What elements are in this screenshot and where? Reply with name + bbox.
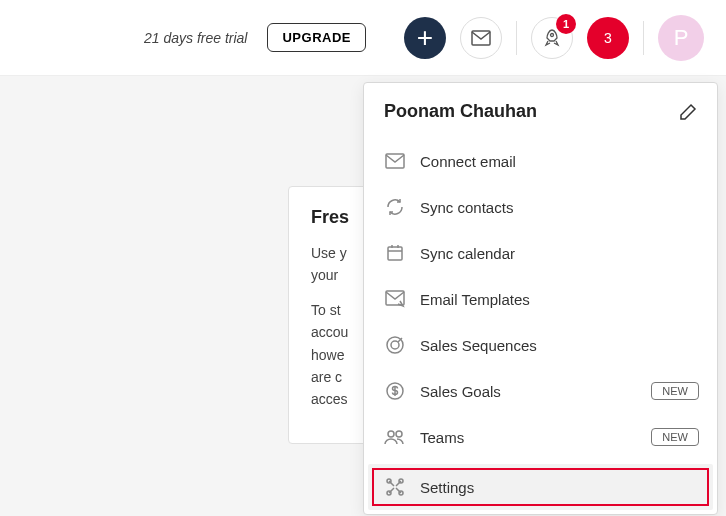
- menu-label: Teams: [420, 429, 464, 446]
- menu-settings[interactable]: Settings: [368, 464, 713, 510]
- mail-icon: [384, 150, 406, 172]
- svg-rect-3: [388, 247, 402, 260]
- menu-label: Sales Sequences: [420, 337, 537, 354]
- menu-label: Settings: [420, 479, 474, 496]
- template-icon: [384, 288, 406, 310]
- content-text: accou: [311, 324, 348, 340]
- svg-point-9: [396, 431, 402, 437]
- svg-rect-2: [386, 154, 404, 168]
- menu-label: Email Templates: [420, 291, 530, 308]
- plus-icon: +: [417, 22, 433, 54]
- menu-sales-sequences[interactable]: Sales Sequences: [364, 322, 717, 368]
- target-icon: [384, 334, 406, 356]
- upgrade-button[interactable]: UPGRADE: [267, 23, 366, 52]
- content-text: your: [311, 267, 338, 283]
- menu-sales-goals[interactable]: Sales Goals NEW: [364, 368, 717, 414]
- content-text: To st: [311, 302, 341, 318]
- dropdown-header: Poonam Chauhan: [364, 83, 717, 138]
- notification-button[interactable]: 3: [587, 17, 629, 59]
- notification-count: 3: [604, 30, 612, 46]
- menu-email-templates[interactable]: Email Templates: [364, 276, 717, 322]
- content-text: acces: [311, 391, 348, 407]
- menu-sync-contacts[interactable]: Sync contacts: [364, 184, 717, 230]
- mail-button[interactable]: [460, 17, 502, 59]
- add-button[interactable]: +: [404, 17, 446, 59]
- svg-point-1: [551, 33, 554, 36]
- sync-icon: [384, 196, 406, 218]
- edit-profile-button[interactable]: [679, 103, 697, 121]
- menu-label: Sync contacts: [420, 199, 513, 216]
- content-text: Use y: [311, 245, 347, 261]
- content-text: howe: [311, 347, 344, 363]
- topbar: 21 days free trial UPGRADE + 1 3 P: [0, 0, 726, 76]
- pencil-icon: [679, 103, 697, 121]
- divider: [643, 21, 644, 55]
- trial-text: 21 days free trial: [144, 30, 248, 46]
- svg-rect-0: [472, 31, 490, 45]
- avatar[interactable]: P: [658, 15, 704, 61]
- menu-sync-calendar[interactable]: Sync calendar: [364, 230, 717, 276]
- new-badge: NEW: [651, 428, 699, 446]
- rocket-button[interactable]: 1: [531, 17, 573, 59]
- dollar-icon: [384, 380, 406, 402]
- teams-icon: [384, 426, 406, 448]
- rocket-badge: 1: [556, 14, 576, 34]
- menu-teams[interactable]: Teams NEW: [364, 414, 717, 460]
- avatar-letter: P: [674, 25, 689, 51]
- content-text: are c: [311, 369, 342, 385]
- mail-icon: [471, 30, 491, 46]
- user-dropdown: Poonam Chauhan Connect email Sync contac…: [363, 82, 718, 515]
- svg-point-6: [391, 341, 399, 349]
- divider: [516, 21, 517, 55]
- new-badge: NEW: [651, 382, 699, 400]
- user-name: Poonam Chauhan: [384, 101, 537, 122]
- menu-label: Connect email: [420, 153, 516, 170]
- menu-label: Sales Goals: [420, 383, 501, 400]
- settings-icon: [384, 476, 406, 498]
- menu-label: Sync calendar: [420, 245, 515, 262]
- menu-connect-email[interactable]: Connect email: [364, 138, 717, 184]
- svg-point-8: [388, 431, 394, 437]
- calendar-icon: [384, 242, 406, 264]
